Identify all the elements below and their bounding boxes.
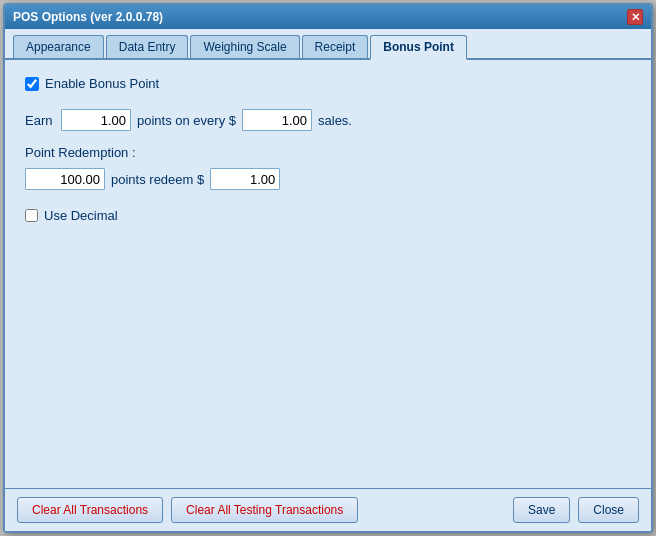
use-decimal-label: Use Decimal: [44, 208, 118, 223]
point-redemption-section: Point Redemption : points redeem $: [25, 145, 631, 190]
close-button[interactable]: Close: [578, 497, 639, 523]
tab-weighing-scale[interactable]: Weighing Scale: [190, 35, 299, 58]
tab-bonus-point[interactable]: Bonus Point: [370, 35, 467, 60]
save-button[interactable]: Save: [513, 497, 570, 523]
earn-row: Earn points on every $ sales.: [25, 109, 631, 131]
tab-appearance[interactable]: Appearance: [13, 35, 104, 58]
redemption-row: points redeem $: [25, 168, 631, 190]
footer-right: Save Close: [513, 497, 639, 523]
earn-points-input[interactable]: [61, 109, 131, 131]
tab-bar: Appearance Data Entry Weighing Scale Rec…: [5, 29, 651, 60]
enable-bonus-point-checkbox[interactable]: [25, 77, 39, 91]
points-redeem-label: points redeem $: [111, 172, 204, 187]
window-title: POS Options (ver 2.0.0.78): [13, 10, 163, 24]
use-decimal-checkbox[interactable]: [25, 209, 38, 222]
redemption-dollar-input[interactable]: [210, 168, 280, 190]
sales-label: sales.: [318, 113, 352, 128]
point-redemption-label: Point Redemption :: [25, 145, 631, 160]
footer-left: Clear All Transactions Clear All Testing…: [17, 497, 505, 523]
clear-all-transactions-button[interactable]: Clear All Transactions: [17, 497, 163, 523]
enable-bonus-point-row: Enable Bonus Point: [25, 76, 631, 91]
earn-label: Earn: [25, 113, 55, 128]
main-window: POS Options (ver 2.0.0.78) ✕ Appearance …: [3, 3, 653, 533]
title-bar: POS Options (ver 2.0.0.78) ✕: [5, 5, 651, 29]
use-decimal-row: Use Decimal: [25, 208, 631, 223]
redemption-points-input[interactable]: [25, 168, 105, 190]
enable-bonus-point-label: Enable Bonus Point: [45, 76, 159, 91]
earn-sales-input[interactable]: [242, 109, 312, 131]
clear-all-testing-transactions-button[interactable]: Clear All Testing Transactions: [171, 497, 358, 523]
footer: Clear All Transactions Clear All Testing…: [5, 488, 651, 531]
window-close-button[interactable]: ✕: [627, 9, 643, 25]
points-on-every-label: points on every $: [137, 113, 236, 128]
tab-content-bonus-point: Enable Bonus Point Earn points on every …: [5, 60, 651, 488]
tab-receipt[interactable]: Receipt: [302, 35, 369, 58]
tab-data-entry[interactable]: Data Entry: [106, 35, 189, 58]
